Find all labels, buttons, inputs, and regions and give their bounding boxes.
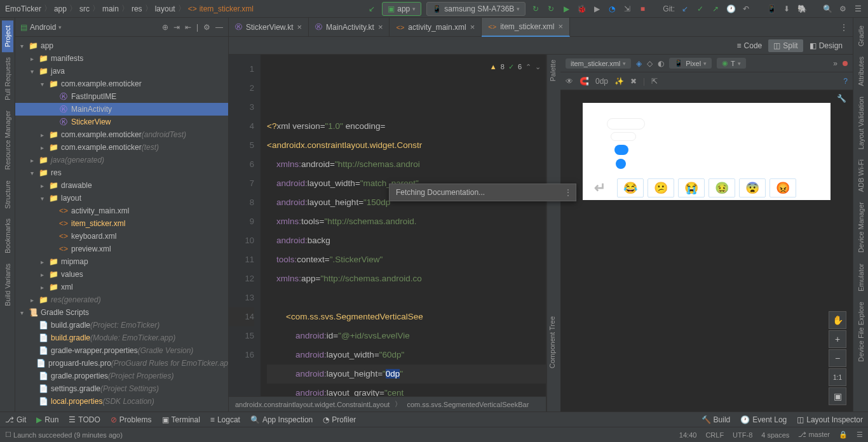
hide-icon[interactable]: — (215, 23, 223, 32)
tree-row[interactable]: ▾📁layout (15, 192, 228, 204)
rail-tab-resource-manager[interactable]: Resource Manager (2, 105, 13, 175)
rail-tab-device-file-explore[interactable]: Device File Explore (855, 297, 867, 367)
rail-tab-device-manager[interactable]: Device Manager (855, 197, 867, 258)
tree-row[interactable]: ▾📁java (15, 65, 228, 77)
avd-icon[interactable]: 📱 (766, 4, 776, 14)
tree-row[interactable]: ▾📜Gradle Scripts (15, 306, 228, 319)
editor-tab[interactable]: ⓀMainActivity.kt× (309, 18, 390, 37)
notifications-icon[interactable]: ☰ (857, 431, 863, 439)
tab-app-inspection[interactable]: 🔍App Inspection (250, 415, 313, 424)
close-icon[interactable]: × (297, 22, 302, 32)
preview-more-icon[interactable]: » (833, 59, 837, 68)
help-icon[interactable]: ? (843, 77, 848, 86)
rail-tab-pull-requests[interactable]: Pull Requests (2, 52, 13, 105)
locate-icon[interactable]: ⊕ (162, 23, 168, 32)
tab-problems[interactable]: ⊘Problems (111, 415, 152, 424)
tree-row[interactable]: 📄local.properties (SDK Location) (15, 395, 228, 408)
lock-icon[interactable]: 🔒 (839, 431, 848, 439)
zoom-in-button[interactable]: + (829, 330, 846, 348)
tab-git[interactable]: ⎇Git (5, 415, 26, 424)
tab-terminal[interactable]: ▣Terminal (162, 415, 200, 424)
refresh2-icon[interactable]: ↻ (546, 4, 556, 14)
rail-tab-adb-wi-fi[interactable]: ADB Wi-Fi (855, 154, 867, 197)
rail-tab-project[interactable]: Project (2, 20, 13, 52)
view-design-button[interactable]: ◧Design (804, 39, 848, 52)
tree-row[interactable]: ⓀStickerView (15, 116, 228, 128)
view-split-button[interactable]: ◫Split (768, 39, 803, 52)
preview-file-dropdown[interactable]: item_sticker.xml▾ (566, 58, 631, 69)
tree-row[interactable]: ▸📁manifests (15, 52, 228, 65)
rail-tab-structure[interactable]: Structure (2, 175, 13, 214)
run-config-dropdown[interactable]: ▣app▾ (382, 2, 421, 16)
line-gutter[interactable]: 12345678910111213141516 (229, 55, 261, 396)
rail-tab-emulator[interactable]: Emulator (855, 258, 867, 297)
coverage-icon[interactable]: ▶ (592, 4, 602, 14)
tree-row[interactable]: <>activity_main.xml (15, 204, 228, 217)
tab-logcat[interactable]: ≡Logcat (210, 415, 240, 424)
close-icon[interactable]: × (559, 22, 564, 31)
tree-row[interactable]: ▾📁res (15, 166, 228, 179)
settings-icon[interactable]: ⚙ (837, 4, 848, 14)
line-ending[interactable]: CRLF (705, 431, 724, 439)
inspection-widget[interactable]: ▲8 ✓6 ⌃⌄ (490, 57, 541, 76)
menu-icon[interactable]: ☰ (853, 4, 863, 14)
tree-row[interactable]: <>item_sticker.xml (15, 217, 228, 230)
tab-build[interactable]: 🔨Build (702, 415, 731, 424)
git-branch[interactable]: ⎇ master (798, 431, 830, 439)
close-icon[interactable]: × (470, 22, 475, 32)
stop-icon[interactable]: ■ (637, 4, 648, 14)
refresh-icon[interactable]: ↻ (531, 4, 541, 14)
wand-icon[interactable]: ✨ (614, 77, 624, 86)
rail-tab-attributes[interactable]: Attributes (855, 51, 867, 91)
git-push-icon[interactable]: ↗ (710, 4, 721, 14)
rail-tab-gradle[interactable]: Gradle (855, 20, 867, 51)
encoding[interactable]: UTF-8 (733, 431, 752, 439)
magnet-icon[interactable]: 🧲 (580, 77, 589, 86)
tree-row[interactable]: ▸📁xml (15, 281, 228, 293)
tab-layout-inspector[interactable]: ◫Layout Inspector (797, 415, 863, 424)
breadcrumb-item[interactable]: res (132, 4, 142, 13)
indent[interactable]: 4 spaces (761, 431, 789, 439)
rail-tab-build-variants[interactable]: Build Variants (2, 258, 13, 311)
breadcrumb[interactable]: EmoTicker〉app〉src〉main〉res〉layout〉<> ite… (5, 3, 364, 14)
git-update-icon[interactable]: ↙ (680, 4, 690, 14)
tab-event-log[interactable]: 🕐Event Log (740, 415, 787, 424)
breadcrumb-item[interactable]: layout (155, 4, 175, 13)
tree-row[interactable]: 📄settings.gradle (Project Settings) (15, 382, 228, 395)
tree-row[interactable]: ▸📁drawable (15, 179, 228, 192)
collapse-icon[interactable]: ⇥ (173, 23, 180, 32)
rail-tab-bookmarks[interactable]: Bookmarks (2, 213, 13, 258)
gear-icon[interactable]: ⚙ (203, 23, 210, 32)
preview-canvas[interactable]: 🔧 ↵😂😕😭🤢😨😡 ✋ + (560, 90, 853, 412)
orientation-icon[interactable]: ◐ (658, 59, 664, 68)
tab-run[interactable]: ▶Run (36, 415, 58, 424)
profile-icon[interactable]: ◔ (607, 4, 617, 14)
pan-button[interactable]: ✋ (829, 311, 846, 329)
tab-profiler[interactable]: ◔Profiler (323, 415, 356, 424)
view-code-button[interactable]: ≡Code (732, 39, 768, 52)
zoom-fit-button[interactable]: ▣ (829, 387, 846, 405)
tree-row[interactable]: ⓀFastInputIME (15, 90, 228, 103)
tree-row[interactable]: ▸📁com.example.emoticker (test) (15, 141, 228, 154)
run-icon[interactable]: ▶ (561, 4, 571, 14)
zoom-actual-button[interactable]: 1:1 (829, 368, 846, 386)
design-surface-icon[interactable]: ◈ (636, 59, 642, 68)
breadcrumb-item[interactable]: item_sticker.xml (200, 4, 254, 13)
attach-icon[interactable]: ⇲ (622, 4, 632, 14)
breadcrumb-item[interactable]: EmoTicker (5, 4, 41, 13)
tree-row[interactable]: ⓀMainActivity (15, 103, 228, 116)
tree-row[interactable]: ▾📁com.example.emoticker (15, 77, 228, 90)
breadcrumb-item[interactable]: src (79, 4, 90, 13)
device-dropdown[interactable]: 📱samsung SM-A736B▾ (426, 2, 526, 16)
tree-row[interactable]: 📄gradle-wrapper.properties (Gradle Versi… (15, 344, 228, 357)
close-icon[interactable]: × (378, 22, 383, 32)
debug-icon[interactable]: 🐞 (576, 4, 587, 14)
sidebar-view-dropdown[interactable]: ▤ Android ▾ (20, 23, 157, 32)
preview-wrench-icon[interactable]: 🔧 (837, 94, 846, 103)
component-tree-tab[interactable]: Component Tree (546, 311, 560, 373)
sync-gradle-icon[interactable]: 🐘 (797, 4, 807, 14)
blueprint-icon[interactable]: ◇ (647, 59, 653, 68)
expand-icon[interactable]: ⇤ (185, 23, 191, 32)
sync-icon[interactable]: ↙ (367, 4, 377, 14)
tree-row[interactable]: 📄build.gradle (Module: EmoTicker.app) (15, 332, 228, 344)
